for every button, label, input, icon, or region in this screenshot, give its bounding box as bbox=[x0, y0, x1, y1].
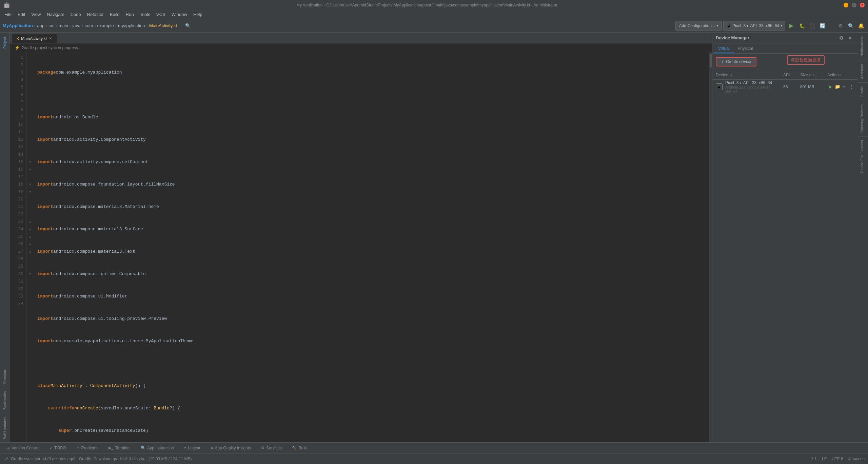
menu-window[interactable]: Window bbox=[169, 11, 190, 18]
col-header-size: Size on ... bbox=[800, 73, 827, 77]
code-line-15: class MainActivity : ComponentActivity()… bbox=[37, 382, 706, 390]
tab-app-quality-insights[interactable]: ◈ App Quality Insights bbox=[206, 443, 256, 453]
breadcrumb-project[interactable]: MyApplication bbox=[3, 23, 33, 28]
app-logo-icon: 🤖 bbox=[3, 2, 10, 8]
device-manager-panel: Device Manager ⚙ ✕ Virtual Physical + Cr… bbox=[712, 33, 858, 442]
tab-problems[interactable]: ⚠ Problems bbox=[72, 443, 103, 453]
close-button[interactable]: × bbox=[860, 3, 865, 7]
device-selector[interactable]: 📱 Pixel_3a_API_33_x86_64 ▾ bbox=[723, 21, 785, 31]
device-manager-settings-icon[interactable]: ⚙ bbox=[837, 34, 846, 42]
code-line-2 bbox=[37, 91, 706, 99]
tab-logcat[interactable]: ≡ Logcat bbox=[179, 443, 205, 453]
build-variants-tool-button[interactable]: Build Variants bbox=[2, 414, 7, 442]
menu-refactor[interactable]: Refactor bbox=[84, 11, 106, 18]
run-device-icon[interactable]: ▶ bbox=[827, 83, 833, 90]
tab-terminal[interactable]: ▶_ Terminal bbox=[104, 443, 135, 453]
create-device-area: + Create device 点击创建新设备 bbox=[712, 54, 858, 70]
menu-code[interactable]: Code bbox=[68, 11, 84, 18]
code-line-3: import android.os.Bundle bbox=[37, 114, 706, 121]
maximize-button[interactable]: □ bbox=[852, 3, 856, 7]
menu-build[interactable]: Build bbox=[107, 11, 122, 18]
debug-button[interactable]: 🐛 bbox=[797, 21, 806, 30]
editor-tab-mainactivity[interactable]: K MainActivity.kt ✕ bbox=[11, 34, 57, 43]
code-line-6: import androidx.compose.foundation.layou… bbox=[37, 181, 706, 188]
menu-view[interactable]: View bbox=[28, 11, 43, 18]
breadcrumb-src[interactable]: src bbox=[48, 23, 54, 28]
plus-icon: + bbox=[721, 59, 724, 64]
device-api-value: 33 bbox=[783, 84, 800, 89]
settings-button[interactable]: ⚙ bbox=[836, 21, 845, 30]
line-col-indicator[interactable]: 1:1 bbox=[811, 457, 817, 461]
menu-edit[interactable]: Edit bbox=[15, 11, 28, 18]
breadcrumb-example[interactable]: example bbox=[97, 23, 114, 28]
run-button[interactable]: ▶ bbox=[787, 21, 796, 31]
menu-vcs[interactable]: VCS bbox=[154, 11, 168, 18]
tab-app-inspection[interactable]: 🔍 App Inspection bbox=[136, 443, 179, 453]
sync-button[interactable]: 🔄 bbox=[818, 21, 827, 30]
project-tool-button[interactable]: Project bbox=[2, 34, 7, 51]
status-bar: ⎇ Gradle sync started (3 minutes ago) Gr… bbox=[0, 453, 868, 464]
create-device-button[interactable]: + Create device bbox=[716, 57, 756, 66]
col-header-actions: Actions bbox=[827, 73, 854, 77]
logcat-icon: ≡ bbox=[184, 446, 186, 450]
stop-button[interactable]: ⬛ bbox=[808, 21, 816, 30]
notifications-panel-button[interactable]: Notifications bbox=[858, 33, 868, 60]
menu-run[interactable]: Run bbox=[123, 11, 137, 18]
code-line-14 bbox=[37, 360, 706, 367]
device-actions: ▶ 📁 ✏ ⋮ bbox=[827, 83, 854, 90]
menu-help[interactable]: Help bbox=[191, 11, 205, 18]
tab-build[interactable]: 🔨 Build bbox=[287, 443, 312, 453]
breadcrumb-main[interactable]: main bbox=[59, 23, 68, 28]
breadcrumb-com[interactable]: com bbox=[85, 23, 93, 28]
notifications-button[interactable]: 🔔 bbox=[856, 21, 865, 30]
breadcrumb-app[interactable]: app bbox=[37, 23, 44, 28]
tab-version-control[interactable]: ◎ Version Control bbox=[2, 443, 44, 453]
code-line-16: override fun onCreate(savedInstanceState… bbox=[37, 405, 706, 412]
search-everywhere-button[interactable]: 🔍 bbox=[846, 21, 855, 30]
menu-bar: File Edit View Navigate Code Refactor Bu… bbox=[0, 10, 868, 19]
tab-close-icon[interactable]: ✕ bbox=[49, 36, 52, 41]
editor-tabs: K MainActivity.kt ✕ bbox=[9, 33, 712, 43]
assistant-panel-button[interactable]: Assistant bbox=[858, 60, 868, 82]
bookmarks-tool-button[interactable]: Bookmarks bbox=[2, 388, 7, 412]
code-line-4: import androidx.activity.ComponentActivi… bbox=[37, 136, 706, 143]
encoding-indicator[interactable]: UTF-8 bbox=[832, 457, 843, 461]
menu-file[interactable]: File bbox=[2, 11, 14, 18]
chevron-down-icon2: ▾ bbox=[781, 24, 782, 27]
add-configuration-button[interactable]: Add Configuration... ▾ bbox=[675, 21, 722, 31]
device-file-explorer-panel-button[interactable]: Device File Explorer bbox=[858, 136, 868, 176]
sort-arrow-icon: ▲ bbox=[730, 73, 733, 77]
code-line-1: package com.example.myapplication bbox=[37, 69, 706, 76]
services-icon: ⚙ bbox=[261, 446, 264, 450]
code-gutter: ▼ ▼ ▼ ▼ ▲ ▲ ▲ ▲ ▲ ▼ bbox=[26, 52, 34, 442]
tab-todo[interactable]: ✓ TODO bbox=[45, 443, 71, 453]
menu-navigate[interactable]: Navigate bbox=[44, 11, 67, 18]
menu-tools[interactable]: Tools bbox=[137, 11, 153, 18]
device-info: Pixel_3a_API_33_x86_64 Android 13.0 Goog… bbox=[725, 80, 783, 93]
tab-physical[interactable]: Physical bbox=[734, 44, 757, 53]
device-manager-close-icon[interactable]: ✕ bbox=[846, 34, 854, 42]
edit-device-icon[interactable]: ✏ bbox=[842, 83, 847, 90]
tab-services[interactable]: ⚙ Services bbox=[256, 443, 287, 453]
running-devices-panel-button[interactable]: Running Devices bbox=[858, 101, 868, 136]
code-area[interactable]: 1 2 3 4 5 6 7 8 9 10 11 12 13 14 15 16 1… bbox=[9, 52, 712, 442]
minimize-button[interactable]: − bbox=[844, 3, 848, 7]
code-content[interactable]: package com.example.myapplication import… bbox=[34, 52, 709, 442]
line-ending-indicator[interactable]: LF bbox=[822, 457, 827, 461]
more-options-icon[interactable]: ⋮ bbox=[849, 83, 854, 90]
open-folder-icon[interactable]: 📁 bbox=[834, 83, 840, 90]
code-line-11: import androidx.compose.ui.Modifier bbox=[37, 293, 706, 300]
problems-icon: ⚠ bbox=[76, 446, 80, 450]
breadcrumb-myapplication[interactable]: myapplication bbox=[118, 23, 145, 28]
indent-indicator[interactable]: 4 spaces bbox=[848, 457, 865, 461]
tab-virtual[interactable]: Virtual bbox=[714, 44, 734, 53]
window-controls: − □ × bbox=[844, 3, 865, 7]
breadcrumb-java[interactable]: java bbox=[72, 23, 80, 28]
gradle-panel-button[interactable]: Gradle bbox=[858, 82, 868, 101]
breadcrumb-file[interactable]: MainActivity.kt bbox=[149, 23, 177, 28]
device-type-icon: 📱 bbox=[716, 83, 723, 90]
structure-tool-button[interactable]: Structure bbox=[2, 366, 7, 387]
device-row-pixel3a: 📱 Pixel_3a_API_33_x86_64 Android 13.0 Go… bbox=[712, 80, 858, 94]
editor-container: K MainActivity.kt ✕ ⚡ Gradle project syn… bbox=[9, 33, 712, 442]
vertical-scrollbar[interactable] bbox=[709, 52, 712, 442]
